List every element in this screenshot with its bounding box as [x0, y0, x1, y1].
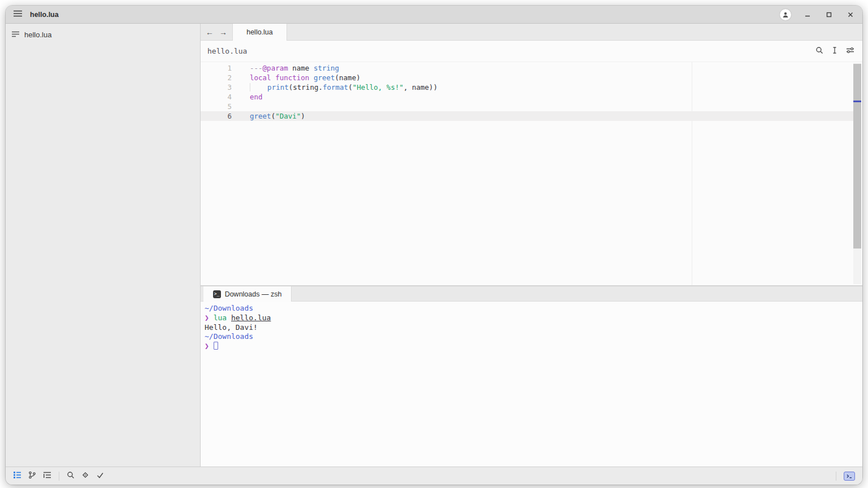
terminal-text: ❯ lua hello.lua [205, 313, 271, 322]
token-st: "Hello, %s!" [353, 83, 403, 91]
close-button[interactable] [845, 10, 856, 20]
statusbar-separator [59, 472, 59, 481]
file-path: hello.lua [207, 47, 247, 55]
terminal-panel-toggle[interactable] [842, 470, 857, 482]
code-line[interactable]: 4end [201, 92, 853, 102]
terminal-panel-icon [844, 472, 855, 481]
code-text: print(string.format("Hello, %s!", name)) [232, 82, 437, 92]
view-options-button[interactable] [845, 45, 856, 57]
code-line[interactable]: 5 [201, 102, 853, 111]
current-line-marker [853, 101, 861, 102]
terminal-panel[interactable]: ~/Downloads❯ lua hello.luaHello, Davi!~/… [201, 302, 862, 467]
editor-tab-strip: ← → hello.lua [201, 24, 862, 41]
token-cmd: lua [214, 313, 231, 322]
token-fn: format [323, 83, 348, 91]
token-prompt: ❯ [205, 342, 214, 350]
code-line[interactable]: 6greet("Davi") [201, 111, 853, 121]
search-icon [67, 471, 75, 481]
maximize-button[interactable] [824, 10, 834, 20]
scrollbar-thumb[interactable] [853, 64, 861, 249]
titlebar: hello.lua [6, 6, 862, 24]
search-panel-toggle[interactable] [65, 469, 76, 482]
token-tx: name [288, 64, 314, 72]
hamburger-menu-button[interactable] [12, 9, 23, 20]
git-branch-toggle[interactable] [27, 469, 38, 482]
text-cursor-button[interactable] [830, 45, 840, 57]
token-fn: string [314, 64, 339, 72]
code-text: ---@param name string [232, 63, 339, 73]
code-text: greet("Davi") [232, 111, 305, 121]
terminal-line[interactable]: Hello, Davi! [205, 323, 862, 333]
view-options-icon [846, 46, 854, 56]
project-tree-icon [13, 471, 21, 481]
terminal-text: ~/Downloads [205, 304, 253, 312]
line-number[interactable]: 5 [201, 102, 232, 111]
token-fn: greet [314, 73, 335, 82]
code-line[interactable]: 2local function greet(name) [201, 73, 853, 82]
symbols-toggle[interactable] [80, 469, 91, 482]
back-button[interactable]: ← [204, 27, 215, 38]
code-line[interactable]: 3 print(string.format("Hello, %s!", name… [201, 82, 853, 92]
tab-label: hello.lua [246, 28, 273, 36]
path-bar: hello.lua [201, 41, 862, 62]
token-doc-dim: --- [250, 64, 263, 72]
token-kw: end [250, 93, 263, 101]
search-icon [815, 46, 823, 56]
tab-hello-lua[interactable]: hello.lua [233, 24, 287, 41]
token-prompt: ❯ [205, 313, 214, 322]
symbols-icon [81, 471, 89, 481]
token-doc: @param [263, 64, 288, 72]
forward-arrow-icon: → [219, 28, 227, 37]
project-tree-toggle[interactable] [11, 469, 23, 482]
token-kw: local function [250, 73, 309, 82]
text-cursor-icon [831, 46, 839, 56]
app-window: hello.lua hello.lua [6, 6, 862, 485]
sidebar: hello.lua [6, 24, 201, 467]
window-title: hello.lua [30, 11, 59, 19]
outline-icon [43, 471, 51, 481]
code-text: local function greet(name) [232, 73, 361, 82]
token-tx: ) [301, 112, 305, 120]
token-tx: ( [348, 83, 353, 91]
token-path: ~/Downloads [205, 304, 253, 312]
sidebar-item-hello-lua[interactable]: hello.lua [6, 27, 200, 42]
editor-scrollbar[interactable] [853, 63, 861, 284]
line-number[interactable]: 6 [201, 111, 232, 121]
line-number[interactable]: 3 [201, 82, 232, 92]
terminal-line[interactable]: ❯ [205, 342, 862, 351]
statusbar-separator [836, 472, 836, 481]
file-text-icon [12, 29, 19, 40]
code-line[interactable]: 1---@param name string [201, 63, 853, 73]
line-number[interactable]: 4 [201, 92, 232, 102]
token-path: ~/Downloads [205, 332, 253, 341]
token-out: Hello, Davi! [205, 323, 258, 332]
line-number[interactable]: 1 [201, 63, 232, 73]
search-button[interactable] [814, 45, 824, 57]
terminal-line[interactable]: ~/Downloads [205, 332, 862, 342]
token-tx [309, 73, 314, 82]
terminal-icon: >_ [213, 290, 221, 298]
line-number[interactable]: 2 [201, 73, 232, 82]
minimize-button[interactable] [802, 10, 813, 20]
tab-terminal[interactable]: >_ Downloads — zsh [203, 286, 292, 302]
checks-toggle[interactable] [94, 469, 106, 482]
token-fn: greet [250, 112, 271, 120]
back-arrow-icon: ← [206, 28, 214, 37]
terminal-line[interactable]: ~/Downloads [205, 304, 862, 313]
code-text: end [232, 92, 263, 102]
terminal-text: Hello, Davi! [205, 323, 258, 332]
terminal-tab-label: Downloads — zsh [225, 290, 282, 298]
terminal-line[interactable]: ❯ lua hello.lua [205, 313, 862, 323]
checkmark-icon [96, 471, 104, 481]
terminal-text: ❯ [205, 342, 218, 350]
outline-toggle[interactable] [41, 469, 53, 482]
token-tx: (string. [289, 83, 323, 91]
token-cursor [214, 342, 218, 350]
terminal-lines: ~/Downloads❯ lua hello.luaHello, Davi!~/… [205, 304, 862, 351]
hamburger-menu-icon [14, 10, 22, 19]
user-indicator-icon [780, 9, 791, 20]
token-tx: (name) [335, 73, 361, 82]
forward-button[interactable]: → [218, 27, 229, 38]
code-editor[interactable]: 1---@param name string2local function gr… [201, 62, 862, 286]
token-st: "Davi" [275, 112, 301, 120]
